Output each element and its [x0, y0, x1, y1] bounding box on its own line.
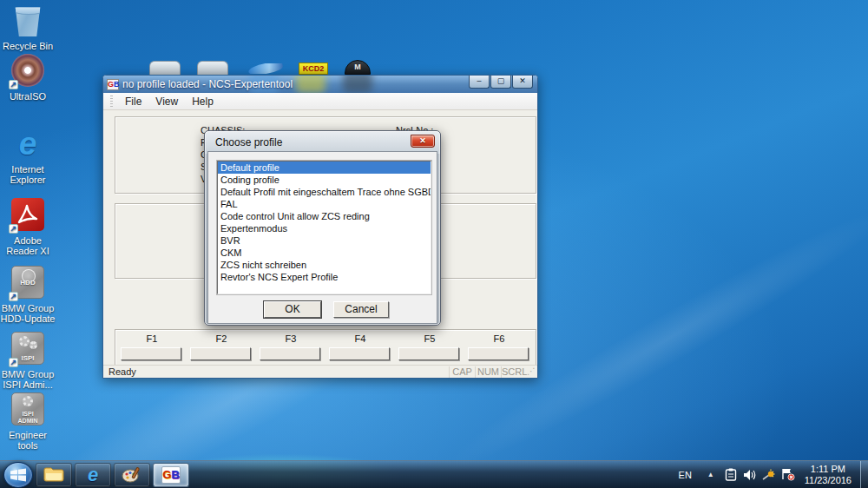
menu-file[interactable]: File [118, 94, 148, 109]
desktop-icon-engineer-tools[interactable]: ISPI ADMIN Engineer tools [0, 392, 56, 451]
f6-button[interactable] [468, 347, 529, 360]
f5-label: F5 [424, 333, 436, 344]
clock[interactable]: 1:11 PM 11/23/2016 [798, 464, 860, 486]
choose-profile-dialog: Choose profile ✕ Default profileCoding p… [204, 130, 441, 326]
clock-time: 1:11 PM [805, 464, 852, 475]
profile-list-item[interactable]: Code control Unit allow ZCS reding [218, 210, 431, 222]
gear-icon [19, 336, 30, 346]
shortcut-arrow-icon: ↗ [9, 224, 18, 234]
show-desktop-button[interactable] [860, 461, 868, 488]
dialog-titlebar[interactable]: Choose profile ✕ [207, 134, 437, 151]
maximize-button[interactable]: ▢ [490, 76, 511, 89]
internet-explorer-icon: e [88, 465, 98, 485]
profile-list-item[interactable]: CKM [218, 247, 431, 259]
hidden-desktop-icon[interactable] [197, 61, 228, 75]
taskbar-ncs-expert-button[interactable]: GB [153, 463, 189, 487]
menu-grip [110, 96, 113, 108]
kcd-icon: KCD2 [299, 63, 328, 75]
profile-list-item[interactable]: FAL [218, 198, 431, 210]
internet-explorer-icon: e [10, 127, 46, 162]
status-scrl: SCRL [501, 366, 527, 378]
ok-button[interactable]: OK [264, 301, 321, 318]
show-hidden-icons-button[interactable]: ▲ [700, 471, 721, 478]
hidden-desktop-icon-kcd[interactable]: KCD2 [299, 63, 328, 75]
taskbar-ie-button[interactable]: e [75, 463, 111, 487]
shortcut-arrow-icon: ↗ [9, 292, 18, 301]
desktop-icon-label: BMW Group ISPI Admi... [0, 369, 56, 390]
status-num: NUM [475, 366, 501, 378]
tray-clipboard-icon[interactable] [723, 467, 739, 483]
ncs-expert-icon: GB [161, 466, 181, 484]
gear-icon [23, 396, 33, 406]
resize-grip[interactable]: ⋰ [527, 367, 536, 376]
status-cap: CAP [449, 366, 475, 378]
clock-date: 11/23/2016 [805, 475, 852, 486]
status-bar: Ready CAP NUM SCRL ⋰ [103, 365, 537, 378]
desktop: Recycle Bin ↗ UltraISO e Internet Explor… [0, 0, 868, 488]
tray-action-center-icon[interactable] [780, 467, 796, 483]
f6-label: F6 [494, 333, 505, 344]
tray-connection-icon[interactable] [761, 467, 777, 483]
dialog-title: Choose profile [215, 136, 282, 148]
close-button[interactable]: ✕ [512, 76, 533, 89]
menu-bar: File View Help [103, 93, 537, 110]
hdd-badge: HDD [12, 278, 43, 288]
desktop-icon-label: Engineer tools [0, 430, 56, 451]
hidden-desktop-icon[interactable] [149, 61, 181, 75]
shortcut-arrow-icon: ↗ [9, 80, 18, 89]
taskbar-explorer-button[interactable] [36, 463, 72, 487]
profile-list[interactable]: Default profileCoding profileDefault Pro… [217, 161, 431, 294]
f3-label: F3 [286, 333, 297, 344]
glass-reflection [343, 76, 372, 93]
profile-list-item[interactable]: Default Profil mit eingeschaltem Trace o… [218, 186, 431, 198]
window-title: no profile loaded - NCS-Expertentool [122, 78, 293, 90]
cancel-button[interactable]: Cancel [333, 301, 389, 318]
desktop-icon-label: UltraISO [0, 91, 56, 102]
minimize-button[interactable]: – [469, 76, 490, 89]
desktop-icon-label: Adobe Reader XI [0, 235, 56, 256]
hidden-desktop-icon-blue[interactable] [248, 63, 283, 74]
desktop-icon-adobe-reader[interactable]: ↗ Adobe Reader XI [0, 198, 56, 256]
gear-icon [30, 341, 37, 349]
app-icon: GB [107, 79, 119, 90]
system-tray: EN ▲ 1:11 PM 11/23/2016 [670, 461, 868, 488]
profile-list-item[interactable]: Coding profile [218, 174, 431, 186]
f5-button[interactable] [398, 347, 459, 360]
recycle-bin-icon [13, 3, 43, 36]
paint-palette-icon [122, 466, 142, 484]
f1-button[interactable] [121, 347, 181, 360]
profile-list-item[interactable]: ZCS nicht schreiben [218, 259, 431, 271]
menu-help[interactable]: Help [185, 94, 220, 109]
shortcut-arrow-icon: ↗ [9, 358, 18, 367]
profile-list-item[interactable]: BVR [218, 234, 431, 247]
tray-volume-icon[interactable] [742, 467, 758, 483]
desktop-icon-label: BMW Group HDD-Update [0, 303, 56, 324]
profile-list-item[interactable]: Default profile [218, 162, 431, 174]
folder-icon [43, 466, 64, 483]
desktop-icon-bmw-hdd-update[interactable]: HDD ↗ BMW Group HDD-Update [0, 266, 56, 324]
start-button[interactable] [3, 462, 33, 488]
menu-view[interactable]: View [148, 94, 185, 109]
taskbar-paint-button[interactable] [114, 463, 150, 487]
dialog-close-button[interactable]: ✕ [411, 135, 435, 148]
hidden-desktop-icon-bmw[interactable]: M [345, 60, 371, 75]
desktop-icon-ultraiso[interactable]: ↗ UltraISO [0, 54, 56, 102]
f4-button[interactable] [329, 347, 390, 360]
f2-button[interactable] [190, 347, 251, 360]
desktop-icon-label: Recycle Bin [0, 41, 56, 51]
taskbar: e GB EN ▲ [0, 460, 868, 488]
f2-label: F2 [216, 333, 227, 344]
desktop-icon-bmw-ispi-admin[interactable]: ISPI ↗ BMW Group ISPI Admi... [0, 332, 56, 390]
profile-list-item[interactable]: Expertenmodus [218, 222, 431, 234]
window-titlebar[interactable]: GB no profile loaded - NCS-Expertentool … [103, 76, 537, 93]
f4-label: F4 [355, 333, 366, 344]
status-ready: Ready [108, 366, 136, 377]
language-indicator[interactable]: EN [670, 470, 700, 480]
desktop-icon-recycle-bin[interactable]: Recycle Bin [0, 3, 56, 51]
f3-button[interactable] [260, 347, 320, 360]
desktop-icon-internet-explorer[interactable]: e Internet Explorer [0, 127, 56, 185]
glass-reflection [296, 76, 326, 93]
ispi-admin-badge: ISPI ADMIN [12, 411, 43, 425]
bmw-roundel-icon: M [345, 60, 371, 75]
profile-list-item[interactable]: Revtor's NCS Expert Profile [218, 271, 431, 283]
